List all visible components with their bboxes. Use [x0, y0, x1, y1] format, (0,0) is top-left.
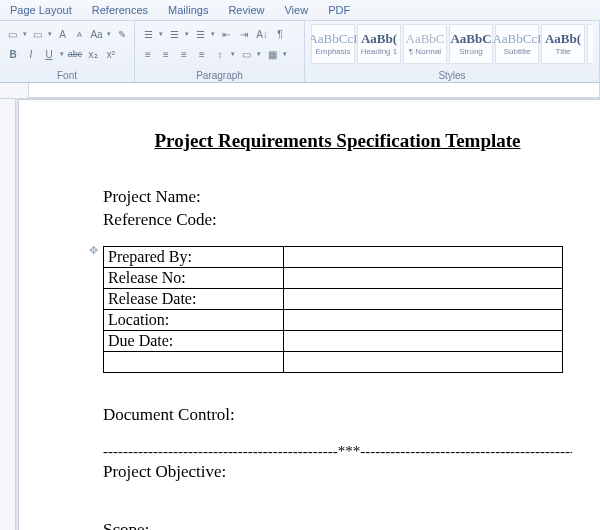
heading-project-objective: Project Objective:	[103, 462, 572, 482]
decrease-indent-button[interactable]: ⇤	[219, 27, 233, 41]
style-heading-1[interactable]: AaBb(Heading 1	[357, 24, 401, 64]
tab-review[interactable]: Review	[218, 2, 274, 18]
subscript-button[interactable]: x₂	[86, 47, 100, 61]
line-spacing-button[interactable]: ↕	[213, 47, 227, 61]
document-page[interactable]: Project Requirements Specification Templ…	[18, 99, 600, 530]
cell-due-date[interactable]: Due Date:	[104, 330, 284, 351]
tab-view[interactable]: View	[274, 2, 318, 18]
style-title[interactable]: AaBb(Title	[541, 24, 585, 64]
font-combo[interactable]: ▭	[6, 27, 19, 41]
workspace: Project Requirements Specification Templ…	[0, 99, 600, 530]
group-paragraph: ☰▾ ☰▾ ☰▾ ⇤ ⇥ A↓ ¶ ≡ ≡ ≡ ≡ ↕▾ ▭▾ ▦▾ Parag…	[135, 21, 305, 82]
table-row: Release No:	[104, 267, 563, 288]
cell-value[interactable]	[284, 351, 563, 372]
table-anchor-icon[interactable]: ✥	[89, 244, 98, 257]
document-title: Project Requirements Specification Templ…	[103, 130, 572, 152]
align-center-button[interactable]: ≡	[159, 47, 173, 61]
heading-document-control: Document Control:	[103, 405, 572, 425]
ribbon-tabs: Page Layout References Mailings Review V…	[0, 0, 600, 21]
cell-prepared-by[interactable]: Prepared By:	[104, 246, 284, 267]
numbering-button[interactable]: ☰	[167, 27, 181, 41]
justify-button[interactable]: ≡	[195, 47, 209, 61]
strike-button[interactable]: abc	[68, 47, 82, 61]
style-subtitle[interactable]: AaBbCcISubtitle	[495, 24, 539, 64]
table-row: Prepared By:	[104, 246, 563, 267]
increase-indent-button[interactable]: ⇥	[237, 27, 251, 41]
style-normal[interactable]: AaBbC¶ Normal	[403, 24, 447, 64]
sort-button[interactable]: A↓	[255, 27, 269, 41]
tab-references[interactable]: References	[82, 2, 158, 18]
group-paragraph-label: Paragraph	[141, 70, 298, 81]
change-case-button[interactable]: Aa	[90, 27, 103, 41]
cell-value[interactable]	[284, 246, 563, 267]
styles-gallery[interactable]: AaBbCcIEmphasis AaBb(Heading 1 AaBbC¶ No…	[311, 24, 593, 64]
divider-line: ----------------------------------------…	[103, 443, 572, 460]
heading-scope: Scope:	[103, 520, 572, 530]
cell-empty[interactable]	[104, 351, 284, 372]
cell-location[interactable]: Location:	[104, 309, 284, 330]
cell-value[interactable]	[284, 267, 563, 288]
font-size-combo[interactable]: ▭	[31, 27, 44, 41]
tab-mailings[interactable]: Mailings	[158, 2, 218, 18]
table-row: Due Date:	[104, 330, 563, 351]
style-emphasis[interactable]: AaBbCcIEmphasis	[311, 24, 355, 64]
style-no-spacing[interactable]: AaBl¶ No Sp	[587, 24, 593, 64]
style-strong[interactable]: AaBbCStrong	[449, 24, 493, 64]
shrink-font-button[interactable]: A	[73, 27, 86, 41]
align-left-button[interactable]: ≡	[141, 47, 155, 61]
group-styles-label: Styles	[311, 70, 593, 81]
cell-release-no[interactable]: Release No:	[104, 267, 284, 288]
grow-font-button[interactable]: A	[56, 27, 69, 41]
cell-value[interactable]	[284, 309, 563, 330]
clear-formatting-button[interactable]: ✎	[115, 27, 128, 41]
show-marks-button[interactable]: ¶	[273, 27, 287, 41]
borders-button[interactable]: ▦	[265, 47, 279, 61]
info-table[interactable]: Prepared By: Release No: Release Date: L…	[103, 246, 563, 373]
cell-value[interactable]	[284, 288, 563, 309]
group-font-label: Font	[6, 70, 128, 81]
align-right-button[interactable]: ≡	[177, 47, 191, 61]
table-row: Location:	[104, 309, 563, 330]
field-project-name: Project Name:	[103, 186, 572, 209]
bullets-button[interactable]: ☰	[141, 27, 155, 41]
horizontal-ruler[interactable]	[0, 83, 600, 99]
table-row	[104, 351, 563, 372]
tab-pdf[interactable]: PDF	[318, 2, 360, 18]
multilevel-button[interactable]: ☰	[193, 27, 207, 41]
table-row: Release Date:	[104, 288, 563, 309]
shading-button[interactable]: ▭	[239, 47, 253, 61]
ribbon: ▭▾ ▭▾ A A Aa▾ ✎ B I U▾ abc x₂ x² Font ☰▾…	[0, 21, 600, 83]
italic-button[interactable]: I	[24, 47, 38, 61]
bold-button[interactable]: B	[6, 47, 20, 61]
cell-release-date[interactable]: Release Date:	[104, 288, 284, 309]
vertical-ruler[interactable]	[0, 99, 16, 530]
field-reference-code: Reference Code:	[103, 209, 572, 232]
tab-page-layout[interactable]: Page Layout	[0, 2, 82, 18]
superscript-button[interactable]: x²	[104, 47, 118, 61]
group-font: ▭▾ ▭▾ A A Aa▾ ✎ B I U▾ abc x₂ x² Font	[0, 21, 135, 82]
underline-button[interactable]: U	[42, 47, 56, 61]
cell-value[interactable]	[284, 330, 563, 351]
group-styles: AaBbCcIEmphasis AaBb(Heading 1 AaBbC¶ No…	[305, 21, 600, 82]
